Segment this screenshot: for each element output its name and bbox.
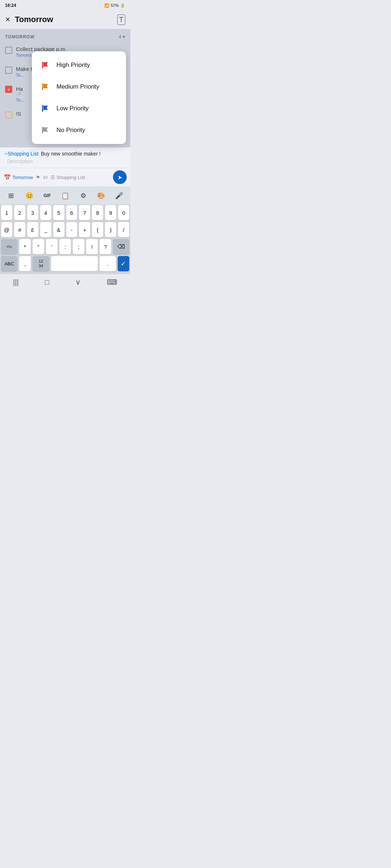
battery-indicator: 🔋 [120, 3, 125, 8]
task-checkbox-yellow[interactable] [5, 111, 12, 119]
flag-orange-icon [40, 82, 50, 92]
key-4[interactable]: 4 [40, 205, 51, 220]
key-minus[interactable]: - [66, 222, 77, 237]
list-button[interactable]: ☰ Shopping List [51, 175, 85, 180]
svg-rect-6 [42, 127, 43, 133]
keyboard-symbol-row: @ # £ _ & - + ( ) / [1, 222, 129, 237]
key-delete[interactable]: ⌫ [113, 239, 129, 254]
key-7[interactable]: 7 [79, 205, 90, 220]
key-8[interactable]: 8 [92, 205, 103, 220]
key-period[interactable]: . [100, 256, 116, 271]
input-text-content: Buy new smoothie maker ! [41, 151, 101, 157]
keyboard-clipboard-icon[interactable]: 📋 [58, 189, 73, 202]
keyboard-emoji-icon[interactable]: 😊 [22, 189, 37, 202]
priority-dropdown: High Priority Medium Priority Low Priori… [32, 51, 126, 144]
key-3[interactable]: 3 [27, 205, 38, 220]
bottom-area: ~Shopping List Buy new smoothie maker ! … [0, 147, 130, 289]
key-0[interactable]: 0 [118, 205, 129, 220]
flag-icon: ⚑ [36, 175, 40, 180]
doc-icon[interactable]: T [117, 14, 125, 25]
key-abc[interactable]: ABC [1, 256, 17, 271]
calendar-icon: 📅 [4, 174, 11, 181]
nav-back-icon[interactable]: ||| [6, 277, 26, 288]
toolbar-row: 📅 Tomorrow ⚑ 🏷 ☰ Shopping List ➤ [0, 168, 130, 186]
priority-label-none: No Priority [56, 127, 85, 134]
priority-item-high[interactable]: High Priority [32, 54, 126, 76]
key-quote[interactable]: " [33, 239, 44, 254]
nav-keyboard-icon[interactable]: ⌨ [100, 276, 125, 288]
task-input-text[interactable]: ~Shopping List Buy new smoothie maker ! [4, 150, 127, 158]
priority-item-low[interactable]: Low Priority [32, 98, 126, 119]
page-title: Tomorrow [15, 15, 53, 24]
section-count: 4 ▾ [119, 34, 125, 39]
nav-home-icon[interactable]: □ [38, 277, 56, 288]
key-ampersand[interactable]: & [53, 222, 64, 237]
section-title: TOMORROW [5, 34, 35, 39]
key-plus[interactable]: + [79, 222, 90, 237]
send-button[interactable]: ➤ [113, 170, 127, 184]
key-exclaim[interactable]: ! [86, 239, 98, 254]
key-confirm[interactable]: ✓ [118, 256, 129, 271]
key-switch[interactable]: =\< [1, 239, 17, 254]
keyboard: 1 2 3 4 5 6 7 8 9 0 @ # £ _ & - + ( ) / … [0, 204, 130, 274]
send-icon: ➤ [118, 174, 122, 181]
keyboard-gif-button[interactable]: GIF [39, 189, 55, 202]
key-colon[interactable]: : [59, 239, 71, 254]
keyboard-top-row: ⊞ 😊 GIF 📋 ⚙ 🎨 🎤 [0, 186, 130, 204]
key-apostrophe[interactable]: ' [46, 239, 58, 254]
priority-label-high: High Priority [56, 61, 90, 69]
list-label: Shopping List [56, 175, 85, 180]
keyboard-mic-icon[interactable]: 🎤 [112, 189, 127, 202]
key-underscore[interactable]: _ [40, 222, 51, 237]
nav-recent-icon[interactable]: ∨ [68, 276, 88, 288]
svg-rect-1 [43, 63, 43, 66]
task-checkbox[interactable] [5, 67, 12, 74]
key-hash[interactable]: # [14, 222, 25, 237]
key-6[interactable]: 6 [66, 205, 77, 220]
list-icon: ☰ [51, 175, 55, 180]
task-checkbox[interactable] [5, 47, 12, 54]
key-open-paren[interactable]: ( [92, 222, 103, 237]
status-bar: 16:24 📶 57% 🔋 [0, 0, 130, 10]
flag-blue-icon [40, 103, 50, 114]
priority-item-medium[interactable]: Medium Priority [32, 76, 126, 98]
priority-item-none[interactable]: No Priority [32, 119, 126, 141]
nav-bar: ||| □ ∨ ⌨ [0, 274, 130, 289]
svg-rect-3 [43, 85, 43, 88]
task-date: To... [16, 73, 24, 78]
key-space[interactable] [51, 256, 98, 271]
key-pound[interactable]: £ [27, 222, 38, 237]
section-header: TOMORROW 4 ▾ [5, 34, 125, 39]
date-label: Tomorrow [12, 175, 33, 180]
key-9[interactable]: 9 [105, 205, 116, 220]
chevron-down-icon: ▾ [123, 34, 125, 39]
key-2[interactable]: 2 [14, 205, 25, 220]
key-slash[interactable]: / [118, 222, 129, 237]
key-asterisk[interactable]: * [19, 239, 31, 254]
key-question[interactable]: ? [100, 239, 111, 254]
key-comma[interactable]: , [19, 256, 31, 271]
tag-button[interactable]: 🏷 [43, 175, 48, 180]
priority-button[interactable]: ⚑ [36, 175, 40, 180]
keyboard-number-row: 1 2 3 4 5 6 7 8 9 0 [1, 205, 129, 220]
key-numbers[interactable]: 1234 [33, 256, 49, 271]
keyboard-palette-icon[interactable]: 🎨 [93, 189, 109, 202]
key-at[interactable]: @ [1, 222, 12, 237]
keyboard-settings-icon[interactable]: ⚙ [76, 189, 91, 202]
close-button[interactable]: ✕ [5, 16, 10, 24]
keyboard-grid-icon[interactable]: ⊞ [4, 189, 19, 202]
priority-icon-high: ≡ [5, 86, 12, 93]
key-close-paren[interactable]: ) [105, 222, 116, 237]
key-5[interactable]: 5 [53, 205, 64, 220]
key-1[interactable]: 1 [1, 205, 12, 220]
key-semicolon[interactable]: ; [73, 239, 84, 254]
app-header: ✕ Tomorrow T [0, 10, 130, 29]
keyboard-special-row: =\< * " ' : ; ! ? ⌫ [1, 239, 129, 254]
status-time: 16:24 [5, 3, 16, 8]
list-tag: ~Shopping List [4, 151, 39, 157]
date-picker-button[interactable]: 📅 Tomorrow [4, 174, 33, 181]
flag-red-icon [40, 60, 50, 70]
battery-icon: 📶 [104, 3, 109, 8]
task-input-row: ~Shopping List Buy new smoothie maker ! … [0, 147, 130, 168]
status-icons: 📶 57% 🔋 [104, 3, 125, 8]
